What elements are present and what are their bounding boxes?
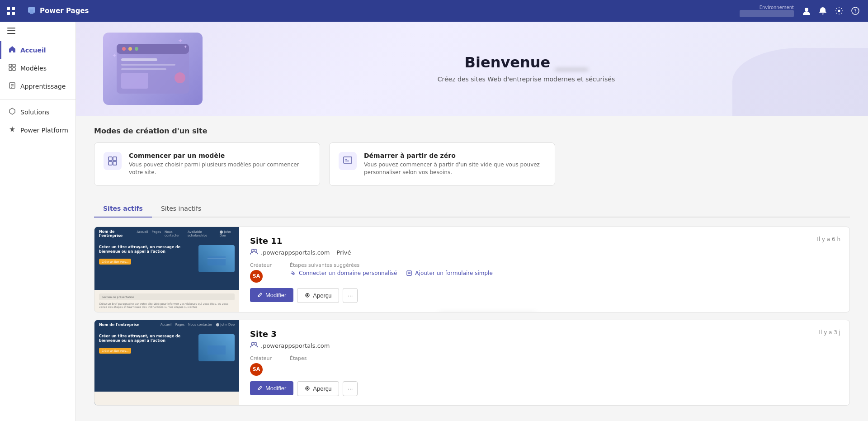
svg-point-72	[307, 388, 308, 389]
modeles-icon	[9, 64, 16, 73]
site-3-timestamp: Il y a 3 j	[819, 329, 840, 336]
site-11-edit-button[interactable]: Modifier	[250, 288, 293, 302]
site-3-more-button[interactable]: ···	[343, 381, 358, 396]
site-11-more-button[interactable]: ···	[343, 288, 358, 303]
svg-text:✦: ✦	[178, 37, 183, 44]
mode-card-scratch[interactable]: Démarrer à partir de zéro Vous pouvez co…	[329, 142, 555, 186]
sidebar-item-accueil[interactable]: Accueil	[0, 41, 75, 59]
site-3-thumb-text: Créer un titre attrayant, un message de …	[99, 334, 194, 387]
creation-modes-title: Modes de création d'un site	[94, 127, 850, 135]
svg-rect-23	[117, 44, 189, 54]
sidebar-item-apprentissage[interactable]: Apprentissage	[0, 77, 75, 95]
user-icon-button[interactable]	[799, 4, 814, 18]
site-11-thumb-nav: Nom de l'entreprise Accueil Pages Nous c…	[94, 227, 239, 241]
site-11-thumb-heading: Créer un titre attrayant, un message de …	[99, 245, 194, 255]
site-3-info: Site 3 .powerappsportals.com Cré	[239, 320, 849, 405]
apprentissage-icon	[9, 82, 16, 91]
site-11-step-domain-label: Connecter un domaine personnalisé	[299, 270, 397, 276]
site-11-thumb-text: Créer un titre attrayant, un message de …	[99, 245, 194, 285]
sidebar-apprentissage-label: Apprentissage	[20, 83, 66, 90]
hero-username-blurred: ______	[555, 57, 588, 70]
mode-card-template-title: Commencer par un modèle	[129, 152, 311, 159]
sidebar-item-solutions[interactable]: Solutions	[0, 103, 75, 121]
site-11-thumb-brand: Nom de l'entreprise	[99, 230, 134, 238]
site-11-thumb-section: Section de présentation	[99, 293, 235, 300]
svg-rect-14	[13, 64, 15, 67]
tab-sites-inactifs[interactable]: Sites inactifs	[152, 200, 210, 218]
site-3-edit-label: Modifier	[265, 385, 286, 392]
site-3-edit-button[interactable]: Modifier	[250, 381, 293, 395]
sidebar-modeles-label: Modèles	[20, 65, 47, 72]
svg-point-26	[135, 47, 138, 51]
site-3-creator-avatar: SA	[250, 363, 263, 376]
apps-button[interactable]	[0, 7, 22, 15]
site-11-creator-avatar: SA	[250, 270, 263, 283]
environment-selector: Environnement	[740, 5, 794, 17]
site-3-preview-button[interactable]: Aperçu	[297, 381, 339, 396]
site-11-thumb-img: Nom de l'entreprise Accueil Pages Nous c…	[94, 227, 239, 312]
site-3-next-steps-label: Étapes	[290, 355, 307, 361]
site-11-preview-button[interactable]: Aperçu	[297, 288, 339, 303]
svg-point-24	[122, 47, 126, 51]
power-platform-icon	[9, 126, 16, 135]
site-card-3: Nom de l'entreprise Accueil Pages Nous c…	[94, 320, 850, 406]
svg-rect-1	[12, 7, 15, 10]
sidebar-power-platform-label: Power Platform	[20, 127, 68, 134]
hero-title-text: Bienvenue	[465, 54, 551, 71]
svg-text:✦: ✦	[112, 52, 117, 59]
site-11-next-steps-label: Étapes suivantes suggérées	[290, 262, 493, 268]
svg-rect-11	[7, 30, 15, 31]
svg-rect-0	[7, 7, 10, 10]
env-name	[740, 10, 794, 17]
site-3-thumb-hero: Créer un titre attrayant, un message de …	[94, 330, 239, 392]
svg-point-70	[254, 342, 257, 345]
svg-rect-16	[13, 68, 15, 71]
mode-card-scratch-title: Démarrer à partir de zéro	[364, 152, 546, 159]
sidebar-hamburger[interactable]	[0, 22, 75, 41]
sidebar-item-modeles[interactable]: Modèles	[0, 59, 75, 77]
svg-rect-13	[9, 64, 12, 67]
site-3-actions: Modifier Aperçu ···	[250, 381, 839, 396]
site-11-actions: Modifier Aperçu ···	[250, 288, 839, 303]
svg-marker-21	[9, 108, 15, 114]
svg-point-7	[838, 10, 840, 12]
site-11-next-step-form[interactable]: Ajouter un formulaire simple	[406, 270, 492, 276]
site-11-more-label: ···	[348, 292, 353, 299]
home-icon	[9, 46, 16, 55]
site-3-thumb-bottom	[94, 392, 239, 405]
site-11-thumb-cta: Créer un lien vers...	[99, 259, 131, 265]
site-3-url: .powerappsportals.com	[261, 342, 330, 349]
notifications-button[interactable]	[816, 4, 830, 18]
svg-point-44	[251, 249, 254, 252]
topbar-right: Environnement ?	[740, 4, 868, 18]
svg-rect-27	[121, 58, 157, 61]
site-3-more-label: ···	[348, 385, 353, 392]
settings-button[interactable]	[832, 4, 846, 18]
site-11-preview-label: Aperçu	[313, 292, 331, 299]
site-3-thumb-img-inner	[198, 334, 235, 361]
sidebar-item-power-platform[interactable]: Power Platform	[0, 121, 75, 139]
mode-card-scratch-desc: Vous pouvez commencer à partir d'un site…	[364, 161, 546, 176]
mode-card-template-text: Commencer par un modèle Vous pouvez choi…	[129, 152, 311, 176]
site-11-step-form-label: Ajouter un formulaire simple	[415, 270, 492, 276]
site-11-url-row: .powerappsportals.com - Privé	[250, 248, 839, 257]
mode-card-template[interactable]: Commencer par un modèle Vous pouvez choi…	[94, 142, 320, 186]
site-3-thumb-cta: Créer un lien vers...	[99, 348, 131, 354]
site-11-thumb-nav-links: Accueil Pages Nous contacter Available s…	[137, 230, 235, 237]
svg-rect-30	[121, 73, 148, 89]
svg-point-25	[128, 47, 132, 51]
svg-point-6	[805, 8, 808, 11]
site-3-creator: Créateur SA	[250, 355, 272, 376]
site-11-thumb-desc: Créez un bref paragraphe sur votre site …	[99, 302, 235, 308]
sidebar: Accueil Modèles Apprentissage	[0, 22, 76, 421]
svg-rect-36	[113, 157, 117, 161]
site-11-next-step-domain[interactable]: Connecter un domaine personnalisé	[290, 270, 397, 276]
help-button[interactable]: ?	[848, 4, 863, 18]
svg-rect-39	[344, 157, 352, 163]
site-11-name: Site 11	[250, 236, 839, 246]
tab-sites-actifs[interactable]: Sites actifs	[94, 200, 152, 218]
site-3-thumbnail: Nom de l'entreprise Accueil Pages Nous c…	[94, 320, 239, 405]
site-3-users-icon	[250, 341, 258, 350]
mode-cards-container: Commencer par un modèle Vous pouvez choi…	[94, 142, 850, 186]
scratch-icon	[339, 152, 357, 170]
